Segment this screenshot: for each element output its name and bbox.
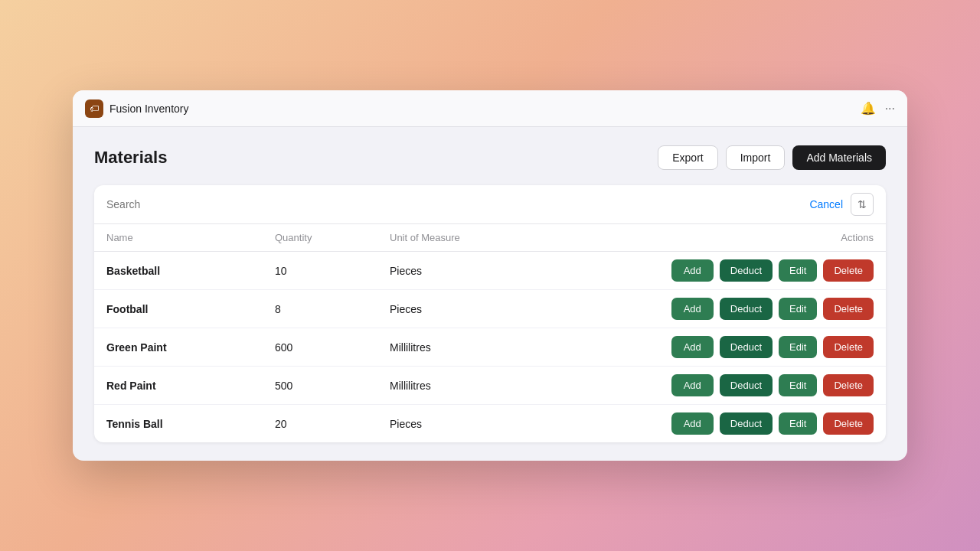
app-title: Fusion Inventory bbox=[109, 103, 189, 115]
row-actions: Add Deduct Edit Delete bbox=[671, 298, 874, 320]
table-row: Basketball 10 Pieces Add Deduct Edit Del… bbox=[94, 252, 886, 290]
import-button[interactable]: Import bbox=[726, 145, 786, 170]
row-actions: Add Deduct Edit Delete bbox=[671, 374, 874, 396]
add-button[interactable]: Add bbox=[671, 298, 714, 320]
materials-table: Cancel ⇅ Name Quantity Unit of Measure A… bbox=[94, 185, 886, 442]
add-button[interactable]: Add bbox=[671, 374, 714, 396]
table-header: Name Quantity Unit of Measure Actions bbox=[94, 224, 886, 252]
cell-unit: Pieces bbox=[390, 418, 671, 430]
col-header-actions: Actions bbox=[841, 232, 874, 243]
cell-name: Basketball bbox=[106, 265, 275, 277]
col-header-unit: Unit of Measure bbox=[390, 232, 841, 243]
add-button[interactable]: Add bbox=[671, 336, 714, 358]
cell-quantity: 10 bbox=[275, 265, 390, 277]
edit-button[interactable]: Edit bbox=[779, 336, 817, 358]
delete-button[interactable]: Delete bbox=[823, 259, 874, 282]
edit-button[interactable]: Edit bbox=[779, 259, 817, 282]
table-row: Football 8 Pieces Add Deduct Edit Delete bbox=[94, 290, 886, 328]
delete-button[interactable]: Delete bbox=[823, 336, 874, 358]
cell-name: Tennis Ball bbox=[106, 418, 275, 430]
main-window: 🏷 Fusion Inventory 🔔 ··· Materials Expor… bbox=[73, 90, 907, 461]
export-button[interactable]: Export bbox=[658, 145, 717, 170]
cell-unit: Pieces bbox=[390, 265, 671, 277]
page-title: Materials bbox=[94, 148, 167, 168]
content-area: Materials Export Import Add Materials Ca… bbox=[73, 127, 907, 461]
deduct-button[interactable]: Deduct bbox=[720, 259, 773, 282]
search-actions: Cancel ⇅ bbox=[809, 193, 874, 216]
cancel-button[interactable]: Cancel bbox=[809, 198, 843, 210]
delete-button[interactable]: Delete bbox=[823, 374, 874, 396]
table-row: Red Paint 500 Millilitres Add Deduct Edi… bbox=[94, 367, 886, 405]
row-actions: Add Deduct Edit Delete bbox=[671, 412, 874, 435]
table-body: Basketball 10 Pieces Add Deduct Edit Del… bbox=[94, 252, 886, 442]
cell-quantity: 8 bbox=[275, 303, 390, 315]
deduct-button[interactable]: Deduct bbox=[720, 374, 773, 396]
delete-button[interactable]: Delete bbox=[823, 298, 874, 320]
edit-button[interactable]: Edit bbox=[779, 412, 817, 435]
cell-name: Green Paint bbox=[106, 341, 275, 354]
cell-quantity: 500 bbox=[275, 380, 390, 392]
notification-icon[interactable]: 🔔 bbox=[861, 101, 876, 116]
deduct-button[interactable]: Deduct bbox=[720, 336, 773, 358]
cell-unit: Millilitres bbox=[390, 341, 671, 354]
cell-unit: Pieces bbox=[390, 303, 671, 315]
titlebar: 🏷 Fusion Inventory 🔔 ··· bbox=[73, 90, 907, 127]
cell-quantity: 20 bbox=[275, 418, 390, 430]
search-input[interactable] bbox=[106, 198, 809, 210]
row-actions: Add Deduct Edit Delete bbox=[671, 336, 874, 358]
add-button[interactable]: Add bbox=[671, 259, 714, 282]
add-materials-button[interactable]: Add Materials bbox=[792, 145, 886, 170]
sort-button[interactable]: ⇅ bbox=[851, 193, 874, 216]
deduct-button[interactable]: Deduct bbox=[720, 412, 773, 435]
header-actions: Export Import Add Materials bbox=[658, 145, 886, 170]
cell-name: Football bbox=[106, 303, 275, 315]
add-button[interactable]: Add bbox=[671, 412, 714, 435]
page-header: Materials Export Import Add Materials bbox=[94, 145, 886, 170]
cell-quantity: 600 bbox=[275, 341, 390, 354]
cell-unit: Millilitres bbox=[390, 380, 671, 392]
deduct-button[interactable]: Deduct bbox=[720, 298, 773, 320]
table-row: Green Paint 600 Millilitres Add Deduct E… bbox=[94, 328, 886, 367]
col-header-name: Name bbox=[106, 232, 275, 243]
edit-button[interactable]: Edit bbox=[779, 298, 817, 320]
more-options-icon[interactable]: ··· bbox=[885, 102, 895, 116]
table-row: Tennis Ball 20 Pieces Add Deduct Edit De… bbox=[94, 405, 886, 442]
app-icon: 🏷 bbox=[85, 99, 103, 118]
titlebar-right: 🔔 ··· bbox=[861, 101, 895, 116]
search-bar: Cancel ⇅ bbox=[94, 185, 886, 224]
cell-name: Red Paint bbox=[106, 380, 275, 392]
edit-button[interactable]: Edit bbox=[779, 374, 817, 396]
row-actions: Add Deduct Edit Delete bbox=[671, 259, 874, 282]
titlebar-left: 🏷 Fusion Inventory bbox=[85, 99, 189, 118]
delete-button[interactable]: Delete bbox=[823, 412, 874, 435]
col-header-quantity: Quantity bbox=[275, 232, 390, 243]
